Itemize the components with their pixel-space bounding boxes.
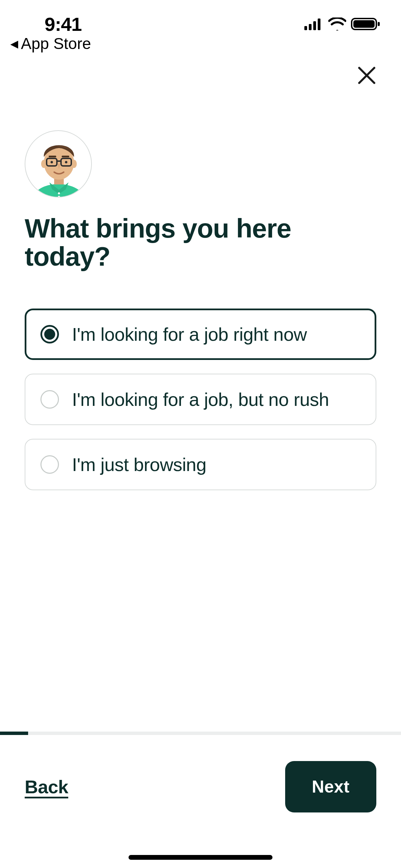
svg-point-9: [58, 192, 60, 194]
next-button[interactable]: Next: [285, 761, 376, 812]
back-button[interactable]: Back: [25, 776, 68, 797]
cellular-icon: [304, 18, 324, 30]
status-bar: 9:41: [0, 0, 401, 38]
progress-fill: [0, 732, 28, 735]
battery-icon: [351, 17, 380, 31]
svg-point-18: [51, 161, 53, 164]
option-looking-no-rush[interactable]: I'm looking for a job, but no rush: [25, 374, 376, 425]
avatar-illustration: [25, 131, 92, 197]
back-to-app-store[interactable]: ◀ App Store: [10, 34, 91, 53]
status-icons: [304, 17, 380, 31]
svg-rect-2: [313, 21, 316, 30]
option-label: I'm looking for a job, but no rush: [72, 389, 329, 410]
avatar: [25, 130, 92, 197]
svg-point-19: [65, 161, 68, 164]
svg-rect-0: [304, 26, 307, 30]
option-looking-now[interactable]: I'm looking for a job right now: [25, 309, 376, 360]
page-title: What brings you here today?: [25, 215, 376, 271]
breadcrumb-label: App Store: [21, 34, 91, 53]
radio-icon: [40, 390, 59, 409]
close-icon: [357, 66, 376, 85]
svg-rect-3: [318, 19, 320, 30]
option-label: I'm looking for a job right now: [72, 324, 307, 345]
options-list: I'm looking for a job right now I'm look…: [25, 309, 376, 490]
svg-point-13: [41, 160, 47, 168]
wifi-icon: [328, 17, 346, 31]
home-indicator[interactable]: [129, 855, 272, 860]
svg-rect-5: [353, 20, 375, 28]
svg-rect-20: [49, 156, 56, 157]
progress-bar: [0, 732, 401, 735]
radio-icon: [40, 455, 59, 474]
svg-point-14: [71, 160, 77, 168]
svg-rect-21: [62, 156, 69, 157]
close-button[interactable]: [353, 62, 380, 89]
status-time: 9:41: [45, 13, 82, 35]
footer-nav: Back Next: [25, 761, 376, 812]
option-label: I'm just browsing: [72, 454, 206, 475]
back-triangle-icon: ◀: [10, 38, 18, 50]
main-content: What brings you here today? I'm looking …: [25, 130, 376, 490]
option-just-browsing[interactable]: I'm just browsing: [25, 439, 376, 490]
svg-rect-6: [378, 22, 380, 26]
svg-rect-1: [309, 24, 312, 30]
radio-icon: [40, 325, 59, 343]
